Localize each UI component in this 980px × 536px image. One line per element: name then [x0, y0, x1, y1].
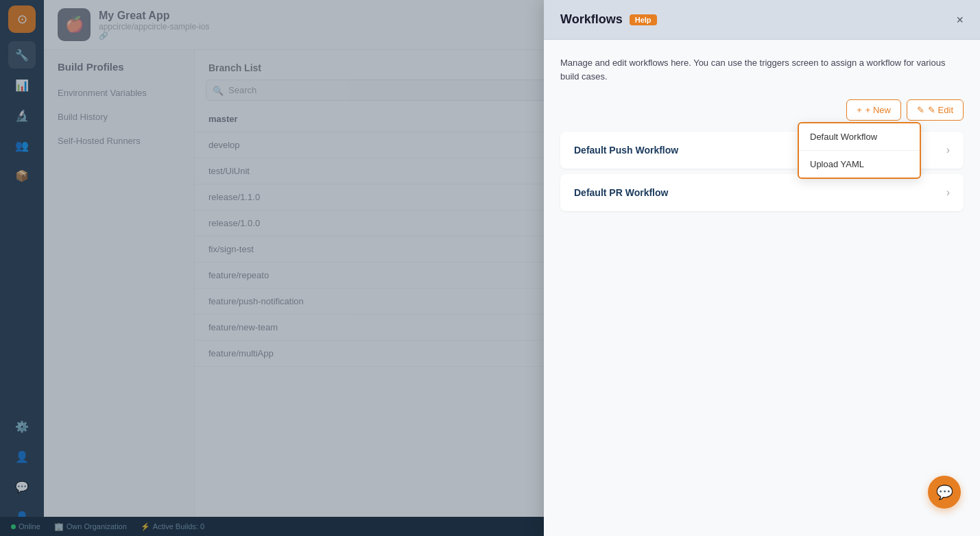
modal-header: Workflows Help × — [544, 0, 980, 40]
workflows-modal: Workflows Help × Manage and edit workflo… — [544, 0, 980, 536]
modal-description: Manage and edit workflows here. You can … — [560, 56, 964, 83]
chevron-right-icon: › — [946, 144, 950, 156]
new-workflow-dropdown: Default Workflow Upload YAML — [798, 122, 921, 179]
workflow-item-pr[interactable]: Default PR Workflow › — [560, 174, 964, 211]
new-workflow-button[interactable]: + + New — [846, 99, 901, 121]
chat-fab-icon: 💬 — [936, 484, 953, 500]
modal-title: Workflows — [560, 12, 623, 27]
workflow-toolbar: + + New ✎ ✎ Edit Default Workflow Upload… — [560, 99, 964, 121]
close-button[interactable]: × — [956, 14, 964, 26]
edit-workflow-button[interactable]: ✎ ✎ Edit — [907, 99, 964, 121]
plus-icon: + — [857, 105, 862, 115]
new-button-label: + New — [865, 105, 891, 115]
edit-button-label: ✎ Edit — [928, 105, 953, 115]
help-badge[interactable]: Help — [630, 14, 657, 25]
chevron-right-icon: › — [946, 186, 950, 199]
chat-fab-button[interactable]: 💬 — [928, 476, 961, 509]
workflow-push-name: Default Push Workflow — [574, 145, 678, 156]
modal-body: Manage and edit workflows here. You can … — [544, 40, 980, 536]
dropdown-item-upload-yaml[interactable]: Upload YAML — [799, 150, 920, 178]
edit-icon: ✎ — [917, 105, 924, 115]
workflow-pr-name: Default PR Workflow — [574, 187, 668, 198]
dropdown-item-default-workflow[interactable]: Default Workflow — [799, 123, 920, 150]
